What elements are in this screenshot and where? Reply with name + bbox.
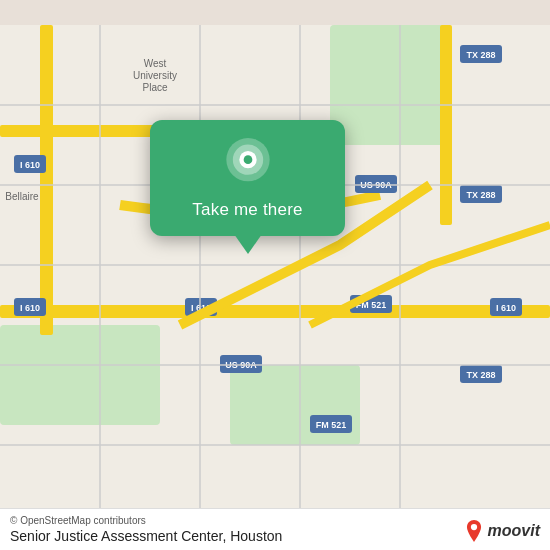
svg-text:University: University: [133, 70, 177, 81]
svg-text:I 610: I 610: [496, 303, 516, 313]
map-background: I 610 I 610 I 610 I 610 TX 288 TX 288 TX…: [0, 0, 550, 550]
svg-text:Bellaire: Bellaire: [5, 191, 39, 202]
location-title: Senior Justice Assessment Center, Housto…: [10, 528, 540, 544]
svg-text:TX 288: TX 288: [466, 50, 495, 60]
take-me-there-button[interactable]: Take me there: [192, 200, 302, 220]
svg-rect-6: [0, 305, 550, 318]
svg-rect-1: [330, 25, 450, 145]
map-container: I 610 I 610 I 610 I 610 TX 288 TX 288 TX…: [0, 0, 550, 550]
location-pin-icon: [222, 138, 274, 190]
moovit-pin-icon: [463, 520, 485, 542]
svg-text:West: West: [144, 58, 167, 69]
svg-text:Place: Place: [142, 82, 167, 93]
svg-rect-7: [40, 25, 53, 335]
svg-text:I 610: I 610: [20, 303, 40, 313]
svg-point-46: [243, 155, 252, 164]
svg-rect-5: [440, 25, 452, 225]
svg-point-47: [470, 524, 476, 530]
map-attribution: © OpenStreetMap contributors: [10, 515, 540, 526]
popup-card: Take me there: [150, 120, 345, 236]
svg-rect-2: [0, 325, 160, 425]
svg-text:I 610: I 610: [20, 160, 40, 170]
svg-text:TX 288: TX 288: [466, 190, 495, 200]
svg-text:FM 521: FM 521: [316, 420, 347, 430]
svg-text:TX 288: TX 288: [466, 370, 495, 380]
moovit-label: moovit: [488, 522, 540, 540]
moovit-logo: moovit: [463, 520, 540, 542]
